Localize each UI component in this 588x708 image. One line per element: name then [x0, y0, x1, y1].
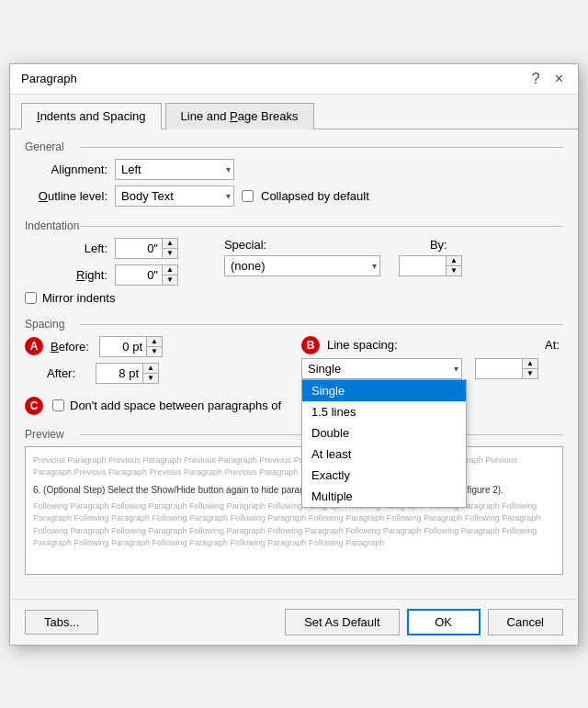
by-down-btn[interactable]: ▼	[447, 266, 461, 275]
spacing-before-after: A Before: ▲ ▼ After:	[25, 336, 287, 389]
badge-a: A	[25, 337, 43, 355]
mirror-indents-checkbox[interactable]	[25, 292, 37, 304]
spacing-section-label: Spacing	[25, 318, 563, 331]
alignment-select[interactable]: Left Centered Right Justified	[115, 159, 234, 180]
collapsed-checkbox[interactable]	[242, 190, 254, 202]
after-row: After: ▲ ▼	[25, 363, 287, 384]
dropdown-at-least[interactable]: At least	[302, 444, 466, 465]
indent-right-up-btn[interactable]: ▲	[163, 265, 177, 275]
alignment-row: Alignment: Left Centered Right Justified…	[25, 159, 563, 180]
indent-left-spinner: ▲ ▼	[115, 238, 178, 259]
outline-row: Outline level: Body Text Level 1 Level 2…	[25, 185, 563, 207]
indent-right-row: Right: ▲ ▼	[25, 264, 178, 286]
dont-add-space-checkbox[interactable]	[52, 399, 64, 411]
before-up-btn[interactable]: ▲	[147, 337, 162, 347]
dont-add-label: Don't add space between paragraphs of	[70, 399, 281, 412]
dialog-body: General Alignment: Left Centered Right J…	[10, 129, 578, 599]
spacing-section: Spacing A Before: ▲ ▼	[25, 318, 563, 415]
line-spacing-select[interactable]: Single 1.5 lines Double At least Exactly…	[301, 358, 462, 379]
by-label: By:	[430, 238, 447, 252]
before-spinner: ▲ ▼	[99, 336, 163, 357]
indent-right-input[interactable]	[116, 265, 162, 285]
dialog-footer: Tabs... Set As Default OK Cancel	[10, 599, 578, 645]
outline-label: Outline level:	[25, 189, 107, 203]
tab-linebreaks-label: Line and Page Breaks	[181, 109, 299, 123]
indent-right-spinner-btns: ▲ ▼	[162, 265, 177, 285]
indent-left-input[interactable]	[116, 239, 162, 258]
dont-add-row: C Don't add space between paragraphs of	[25, 397, 563, 415]
before-label: Before:	[51, 340, 92, 354]
special-controls-row: (none) First line Hanging ▾ ▲ ▼	[224, 255, 462, 276]
footer-left: Tabs...	[25, 610, 98, 635]
paragraph-dialog: Paragraph ? × Indents and Spacing Line a…	[9, 63, 579, 646]
indent-left-col: Left: ▲ ▼ Right:	[25, 238, 178, 305]
at-up-btn[interactable]: ▲	[523, 359, 537, 369]
line-spacing-select-wrapper: Single 1.5 lines Double At least Exactly…	[301, 358, 462, 379]
alignment-select-wrapper: Left Centered Right Justified ▾	[115, 159, 234, 180]
dropdown-1-5-lines[interactable]: 1.5 lines	[302, 401, 466, 422]
indent-left-down-btn[interactable]: ▼	[163, 249, 177, 258]
at-label: At:	[545, 338, 563, 352]
tab-indents-spacing[interactable]: Indents and Spacing	[21, 103, 162, 129]
dialog-title: Paragraph	[21, 72, 77, 85]
at-input[interactable]	[476, 359, 522, 378]
badge-b: B	[301, 336, 320, 354]
preview-main-text: 6. (Optional Step) Select the Show/Hide …	[33, 483, 555, 497]
indent-left-row: Left: ▲ ▼	[25, 238, 178, 259]
outline-select[interactable]: Body Text Level 1 Level 2 Level 3	[115, 185, 234, 207]
dropdown-multiple[interactable]: Multiple	[302, 486, 466, 507]
mirror-indents-label: Mirror indents	[42, 291, 115, 305]
indent-special-col: Special: By: (none) First line Hanging ▾	[224, 238, 462, 276]
preview-prev-text: Previous Paragraph Previous Paragraph Pr…	[33, 455, 555, 479]
by-up-btn[interactable]: ▲	[447, 256, 461, 266]
special-row: Special: By:	[224, 238, 462, 252]
title-bar: Paragraph ? ×	[10, 64, 578, 95]
dropdown-double[interactable]: Double	[302, 422, 466, 444]
ok-button[interactable]: OK	[407, 609, 481, 635]
general-section: General Alignment: Left Centered Right J…	[25, 140, 563, 207]
indent-right-label: Right:	[25, 268, 107, 282]
before-down-btn[interactable]: ▼	[147, 347, 162, 356]
line-spacing-col: B Line spacing: At: Single 1.5 lines Dou	[287, 336, 563, 389]
help-button[interactable]: ?	[528, 72, 544, 86]
after-spinner: ▲ ▼	[96, 363, 159, 384]
alignment-label: Alignment:	[25, 163, 107, 176]
close-button[interactable]: ×	[551, 72, 567, 86]
at-down-btn[interactable]: ▼	[523, 369, 537, 378]
collapsed-label: Collapsed by default	[261, 189, 369, 203]
after-input[interactable]	[96, 364, 142, 383]
preview-follow-text: Following Paragraph Following Paragraph …	[33, 500, 555, 550]
at-spinner-btns: ▲ ▼	[522, 359, 537, 378]
indent-left-label: Left:	[25, 242, 107, 255]
special-select[interactable]: (none) First line Hanging	[224, 255, 380, 276]
preview-box: Previous Paragraph Previous Paragraph Pr…	[25, 446, 563, 575]
general-section-label: General	[25, 140, 563, 153]
tabs-row: Indents and Spacing Line and Page Breaks	[10, 95, 578, 129]
indentation-section: Indentation Left: ▲ ▼ R	[25, 219, 563, 305]
indent-left-spinner-btns: ▲ ▼	[162, 239, 177, 258]
dropdown-single[interactable]: Single	[302, 380, 466, 401]
after-up-btn[interactable]: ▲	[143, 364, 158, 374]
before-spinner-btns: ▲ ▼	[146, 337, 162, 356]
cancel-button[interactable]: Cancel	[488, 609, 563, 635]
tab-line-page-breaks[interactable]: Line and Page Breaks	[165, 103, 314, 129]
indent-right-down-btn[interactable]: ▼	[163, 275, 177, 285]
line-spacing-dropdown-wrapper: Single 1.5 lines Double At least Exactly…	[301, 358, 462, 379]
mirror-row: Mirror indents	[25, 291, 178, 305]
preview-section: Preview Previous Paragraph Previous Para…	[25, 428, 563, 575]
before-input[interactable]	[100, 337, 146, 356]
set-as-default-button[interactable]: Set As Default	[285, 609, 399, 635]
dropdown-exactly[interactable]: Exactly	[302, 465, 466, 486]
tabs-button[interactable]: Tabs...	[25, 610, 98, 635]
before-row: A Before: ▲ ▼	[25, 336, 287, 357]
by-spinner: ▲ ▼	[399, 255, 462, 276]
special-select-wrapper: (none) First line Hanging ▾	[224, 255, 380, 276]
badge-c: C	[25, 397, 43, 415]
indent-left-up-btn[interactable]: ▲	[163, 239, 177, 249]
after-down-btn[interactable]: ▼	[143, 374, 158, 383]
spacing-main-row: A Before: ▲ ▼ After:	[25, 336, 563, 389]
title-bar-controls: ? ×	[528, 72, 567, 86]
by-input[interactable]	[400, 256, 446, 275]
outline-select-wrapper: Body Text Level 1 Level 2 Level 3 ▾	[115, 185, 234, 207]
line-spacing-label: Line spacing:	[327, 338, 398, 352]
